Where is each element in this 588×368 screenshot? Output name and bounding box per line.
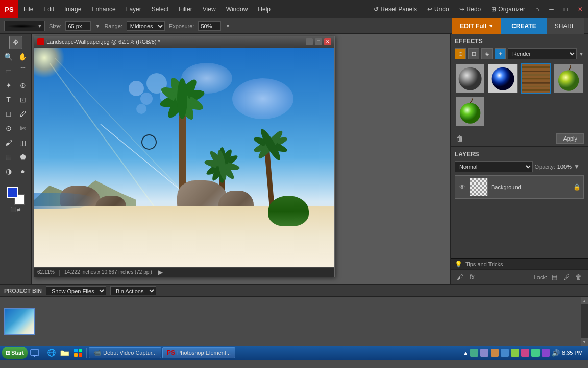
tray-icon-6[interactable]: [521, 349, 529, 357]
eyedropper-tool[interactable]: 🖊: [16, 107, 30, 121]
dodge-tool[interactable]: ◑: [2, 165, 15, 178]
effects-icon-layer[interactable]: ⊟: [468, 48, 479, 59]
burn-tool[interactable]: ●: [16, 165, 30, 178]
quick-selection-tool[interactable]: ⊛: [16, 79, 30, 92]
tray-show-hidden[interactable]: ▲: [463, 350, 468, 356]
tray-icon-4[interactable]: [501, 349, 509, 357]
close-app-btn[interactable]: ✕: [573, 3, 588, 16]
start-button[interactable]: ⊞ Start: [2, 347, 28, 359]
undo-btn[interactable]: ↩ Undo: [422, 3, 454, 16]
foreground-color-swatch[interactable]: [7, 187, 18, 198]
redo-btn[interactable]: ↪ Redo: [454, 3, 486, 16]
create-button[interactable]: CREATE: [501, 18, 546, 34]
menu-edit[interactable]: Edit: [38, 0, 59, 18]
bin-item-landscape[interactable]: [4, 308, 35, 335]
doc-minimize-btn[interactable]: ─: [306, 38, 313, 45]
info-icon[interactable]: ▶: [158, 269, 163, 276]
menu-view[interactable]: View: [198, 0, 221, 18]
menu-layer[interactable]: Layer: [121, 0, 146, 18]
effect-thumb-bark[interactable]: [521, 63, 551, 94]
taskbar-folder-icon[interactable]: [59, 347, 71, 359]
tray-icon-1[interactable]: [470, 349, 478, 357]
bin-scroll-track[interactable]: [581, 304, 588, 338]
crop-tool[interactable]: ⊡: [16, 93, 30, 106]
reset-panels-btn[interactable]: ↺ Reset Panels: [369, 3, 422, 16]
menu-help[interactable]: Help: [253, 0, 276, 18]
brush-picker[interactable]: ▼: [4, 21, 45, 31]
taskbar-task-debut[interactable]: 📹 Debut Video Captur...: [89, 347, 161, 358]
gradient-tool[interactable]: ▦: [2, 150, 15, 164]
document-canvas[interactable]: [34, 48, 334, 267]
rect-marquee-tool[interactable]: ▭: [2, 64, 15, 78]
tray-icon-5[interactable]: [511, 349, 519, 357]
zoom-tool[interactable]: 🔍: [2, 50, 15, 63]
menu-file[interactable]: File: [18, 0, 38, 18]
lasso-tool[interactable]: ⌒: [16, 64, 30, 78]
doc-close-btn[interactable]: ✕: [324, 38, 331, 45]
home-btn[interactable]: ⌂: [530, 3, 544, 16]
taskbar-windows-icon[interactable]: [72, 347, 84, 359]
effect-thumb-color-sphere[interactable]: [487, 63, 518, 94]
tray-icon-3[interactable]: [491, 349, 499, 357]
bin-scroll-down[interactable]: ▼: [581, 338, 588, 346]
menu-filter[interactable]: Filter: [174, 0, 198, 18]
swap-colors-btn[interactable]: ⇄: [17, 207, 21, 212]
blend-mode-select[interactable]: NormalMultiplyScreenOverlay: [455, 161, 533, 172]
eraser-tool[interactable]: ◫: [16, 136, 30, 149]
effects-dropdown-arrow: ▼: [579, 51, 584, 57]
bin-scroll-up[interactable]: ▲: [581, 297, 588, 304]
tray-icon-2[interactable]: [480, 349, 488, 357]
organizer-btn[interactable]: ⊞ Organizer: [486, 3, 530, 16]
taskbar-ie-icon[interactable]: [45, 347, 58, 359]
menu-select[interactable]: Select: [146, 0, 174, 18]
minimize-app-btn[interactable]: ─: [544, 3, 559, 16]
fx-icon[interactable]: fx: [467, 272, 477, 282]
layer-visibility-toggle[interactable]: 👁: [458, 183, 467, 191]
exposure-input[interactable]: [198, 21, 221, 31]
magic-wand-tool[interactable]: ✦: [2, 79, 15, 92]
menu-enhance[interactable]: Enhance: [86, 0, 120, 18]
delete-effect-btn[interactable]: 🗑: [455, 133, 465, 144]
hand-tool[interactable]: ✋: [16, 50, 30, 63]
share-button[interactable]: SHARE: [547, 18, 584, 34]
doc-maximize-btn[interactable]: □: [315, 38, 322, 45]
move-tool[interactable]: ✥: [9, 36, 22, 49]
delete-layer-icon[interactable]: 🗑: [574, 272, 584, 282]
brush-tool[interactable]: 🖌: [2, 136, 15, 149]
edit-full-dropdown-icon: ▼: [488, 24, 493, 29]
effects-category-select[interactable]: Render: [508, 48, 577, 59]
tray-icon-8[interactable]: [542, 349, 550, 357]
default-colors-btn[interactable]: ⬛: [10, 207, 16, 212]
edit-full-button[interactable]: EDIT Full ▼: [452, 18, 501, 34]
menu-window[interactable]: Window: [221, 0, 253, 18]
apply-effect-button[interactable]: Apply: [556, 133, 584, 144]
opacity-dropdown-btn[interactable]: ▼: [574, 163, 584, 170]
type-tools: T ⊡: [2, 93, 30, 106]
maximize-app-btn[interactable]: □: [559, 3, 573, 16]
effect-thumb-gray-sphere[interactable]: [455, 63, 485, 94]
bin-actions-select[interactable]: Bin Actions: [110, 286, 156, 295]
lock-image-icon[interactable]: 🖊: [561, 272, 572, 282]
clone-tool[interactable]: ✄: [16, 122, 30, 135]
taskbar-show-desktop[interactable]: [29, 347, 41, 359]
effects-icon-filters[interactable]: ⊙: [455, 48, 466, 59]
spot-heal-tool[interactable]: ⊙: [2, 122, 15, 135]
shape-tool[interactable]: □: [2, 107, 15, 121]
lock-transparent-icon[interactable]: ▤: [549, 272, 559, 282]
effects-icon-render[interactable]: ✦: [495, 48, 506, 59]
effect-thumb-green-apple[interactable]: [455, 96, 485, 127]
volume-icon[interactable]: 🔊: [552, 349, 560, 357]
show-files-select[interactable]: Show Open Files: [46, 286, 106, 295]
menu-image[interactable]: Image: [59, 0, 86, 18]
size-input[interactable]: [65, 21, 91, 31]
taskbar-task-photoshop[interactable]: PS Photoshop Element...: [162, 347, 235, 358]
cloud1: [232, 78, 293, 119]
type-tool[interactable]: T: [2, 93, 15, 106]
brush-settings-icon[interactable]: 🖌: [455, 272, 465, 282]
layer-item[interactable]: 👁 Background 🔒: [455, 175, 584, 199]
effects-icon-styles[interactable]: ◈: [481, 48, 493, 59]
effect-thumb-yellow-apple[interactable]: [553, 63, 584, 94]
range-select[interactable]: MidtonesShadowsHighlights: [127, 21, 165, 31]
paint-bucket-tool[interactable]: ⬟: [16, 150, 30, 164]
tray-icon-7[interactable]: [531, 349, 540, 357]
